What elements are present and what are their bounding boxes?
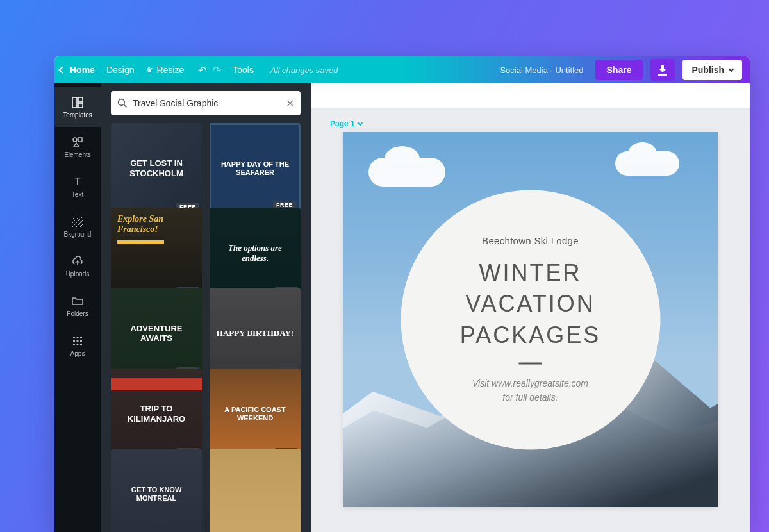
undo-button[interactable]: ↶ (198, 64, 206, 76)
uploads-icon (71, 255, 84, 268)
nav-elements[interactable]: Elements (54, 127, 101, 167)
svg-rect-15 (77, 340, 79, 342)
svg-line-21 (124, 104, 126, 107)
canvas-area: Page 1 Beechtown Ski Lodge WINTER VACATI… (311, 83, 750, 532)
home-label: Home (70, 65, 95, 75)
download-icon (658, 65, 667, 74)
cloud-shape (615, 151, 679, 176)
template-card[interactable]: Explore San Francisco! FREE (111, 208, 202, 299)
svg-rect-12 (77, 337, 79, 338)
chevron-down-icon (357, 121, 362, 126)
template-card[interactable]: HAPPY BIRTHDAY! FREE (210, 288, 301, 379)
svg-point-20 (119, 99, 125, 106)
svg-rect-17 (73, 344, 75, 345)
clear-search-button[interactable]: ✕ (286, 97, 294, 110)
svg-line-6 (72, 217, 75, 219)
text-icon: T (71, 176, 84, 188)
nav-text[interactable]: T Text (54, 167, 101, 206)
app-window: Home Design ♛ Resize ↶ ↷ Tools All chang… (54, 56, 750, 532)
svg-point-3 (73, 138, 77, 142)
page-indicator[interactable]: Page 1 (311, 109, 750, 132)
svg-line-9 (76, 220, 83, 227)
template-card[interactable]: A PACIFIC COAST WEEKEND FREE (210, 369, 301, 460)
canvas-toolbar (311, 83, 750, 109)
svg-rect-19 (80, 344, 82, 345)
details-text[interactable]: Visit www.reallygreatsite.com for full d… (472, 376, 588, 404)
svg-rect-1 (78, 97, 83, 102)
design-canvas[interactable]: Beechtown Ski Lodge WINTER VACATION PACK… (343, 132, 718, 507)
cloud-shape (368, 158, 445, 187)
home-button[interactable]: Home (60, 65, 95, 75)
undo-redo-group: ↶ ↷ (198, 64, 221, 76)
nav-folders[interactable]: Folders (54, 286, 101, 326)
template-card[interactable]: GET LOST IN STOCKHOLM FREE (111, 123, 202, 214)
side-nav: Templates Elements T Text Bkground (54, 83, 101, 532)
resize-button[interactable]: ♛ Resize (146, 65, 185, 75)
template-card[interactable]: GET TO KNOW MONTREAL (111, 449, 202, 532)
apps-icon (71, 335, 84, 347)
svg-line-10 (80, 224, 83, 227)
svg-line-7 (72, 217, 79, 223)
divider-line (519, 362, 542, 364)
svg-text:T: T (74, 176, 81, 187)
templates-icon (71, 96, 84, 109)
document-title[interactable]: Social Media - Untitled (500, 65, 583, 75)
template-card[interactable]: The options are endless. FREE (210, 208, 301, 299)
template-card[interactable] (210, 449, 301, 532)
template-card[interactable]: TRIP TO KILIMANJARO FREE (111, 369, 202, 460)
template-grid[interactable]: GET LOST IN STOCKHOLM FREE HAPPY DAY OF … (101, 123, 311, 532)
svg-rect-0 (72, 97, 77, 108)
template-card[interactable]: ADVENTURE AWAITS FREE (111, 288, 202, 379)
crown-icon: ♛ (146, 65, 153, 74)
search-icon (117, 98, 128, 108)
save-status: All changes saved (270, 65, 338, 75)
publish-button[interactable]: Publish (682, 60, 742, 80)
download-button[interactable] (650, 59, 675, 81)
search-input[interactable] (133, 98, 286, 108)
search-box[interactable]: ✕ (111, 91, 301, 115)
redo-button[interactable]: ↷ (213, 64, 221, 76)
design-menu[interactable]: Design (106, 65, 135, 75)
templates-panel: ✕ GET LOST IN STOCKHOLM FREE HAPPY DAY O… (101, 83, 311, 532)
template-card[interactable]: HAPPY DAY OF THE SEAFARER FREE (210, 123, 301, 214)
svg-rect-13 (80, 337, 82, 338)
top-toolbar: Home Design ♛ Resize ↶ ↷ Tools All chang… (54, 56, 750, 83)
elements-icon (71, 136, 84, 149)
nav-uploads[interactable]: Uploads (54, 246, 101, 286)
svg-rect-4 (78, 138, 82, 142)
toolbar-right: Social Media - Untitled Share Publish (500, 59, 742, 81)
main-body: Templates Elements T Text Bkground (54, 83, 750, 532)
nav-apps[interactable]: Apps (54, 326, 101, 365)
folders-icon (71, 295, 84, 308)
chevron-down-icon (729, 67, 734, 72)
nav-background[interactable]: Bkground (54, 206, 101, 246)
lodge-subtitle[interactable]: Beechtown Ski Lodge (482, 235, 579, 245)
tools-menu[interactable]: Tools (233, 65, 254, 75)
nav-templates[interactable]: Templates (54, 87, 101, 127)
svg-rect-11 (73, 337, 75, 338)
toolbar-left: Home Design ♛ Resize ↶ ↷ Tools All chang… (60, 64, 338, 76)
chevron-left-icon (58, 66, 65, 73)
svg-rect-16 (80, 340, 82, 342)
svg-rect-14 (73, 340, 75, 342)
background-icon (71, 215, 84, 228)
svg-rect-18 (77, 344, 79, 345)
svg-rect-2 (78, 103, 83, 108)
search-container: ✕ (101, 83, 311, 123)
share-button[interactable]: Share (595, 60, 643, 80)
text-circle[interactable]: Beechtown Ski Lodge WINTER VACATION PACK… (401, 190, 660, 449)
main-headline[interactable]: WINTER VACATION PACKAGES (426, 257, 634, 351)
